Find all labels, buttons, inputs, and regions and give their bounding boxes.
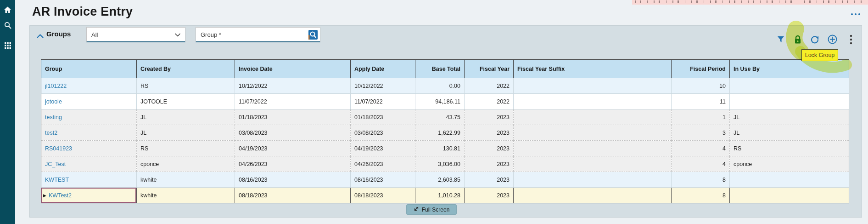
cell-base_total: 94,186.11 [415,94,465,109]
table-row[interactable]: JC_Testcponce04/26/202304/26/20233,036.0… [41,156,849,172]
cell-fiscal_year: 2022 [465,94,514,109]
group-link[interactable]: jotoole [45,98,62,105]
groups-panel-title: Groups [46,30,71,38]
group-lookup-field[interactable]: Group * [196,27,320,42]
column-header-fiscal_year[interactable]: Fiscal Year [465,60,514,78]
cell-base_total: 1,622.99 [415,125,465,141]
cell-base_total: 3,036.00 [415,156,465,172]
cell-created_by: JL [137,109,235,125]
cell-fiscal_period: 4 [672,156,730,172]
refresh-button[interactable] [809,34,820,46]
chevron-down-icon [175,31,180,38]
cell-fiscal_year: 2023 [465,188,514,203]
cell-base_total: 130.81 [415,141,465,156]
groups-panel: Groups All Group * [29,25,862,218]
cell-created_by: cponce [137,156,235,172]
cell-in_use_by [730,188,849,203]
group-link[interactable]: jl101222 [45,83,67,89]
refresh-icon [810,35,819,46]
column-header-base_total[interactable]: Base Total [415,60,465,78]
cell-apply_date: 01/18/2023 [351,109,415,125]
cell-fiscal_year: 2023 [465,156,514,172]
cell-fiscal_year_suffix [514,156,672,172]
panel-menu-button[interactable] [846,34,857,46]
cell-created_by: RS [137,78,235,94]
cell-created_by: kwhite [137,188,235,203]
group-link[interactable]: JC_Test [45,161,66,167]
cell-fiscal_year_suffix [514,188,672,203]
cell-in_use_by: RS [730,141,849,156]
cell-base_total: 0.00 [415,78,465,94]
dropdown-selected-value: All [91,31,98,38]
group-lookup-button[interactable] [308,29,318,40]
column-header-invoice_date[interactable]: Invoice Date [235,60,351,78]
table-row[interactable]: jl101222RS10/12/202210/12/20220.00202210 [41,78,849,94]
column-header-group[interactable]: Group [41,60,137,78]
lock-group-tooltip: Lock Group [801,49,838,61]
cell-fiscal_year: 2023 [465,172,514,188]
cell-invoice_date: 03/08/2023 [235,125,351,141]
cell-fiscal_year_suffix [514,94,672,109]
cell-fiscal_period: 11 [672,94,730,109]
cell-apply_date: 08/16/2023 [351,172,415,188]
ellipsis-icon [851,13,853,15]
column-header-in_use_by[interactable]: In Use By [730,60,849,78]
column-header-fiscal_period[interactable]: Fiscal Period [672,60,730,78]
full-screen-button[interactable]: Full Screen [406,204,457,215]
cell-group: KWTEST [41,172,137,188]
cell-base_total: 1,010.28 [415,188,465,203]
filter-icon [777,36,784,44]
table-row[interactable]: jotooleJOTOOLE11/07/202211/07/202294,186… [41,94,849,109]
column-header-created_by[interactable]: Created By [137,60,235,78]
cell-fiscal_period: 8 [672,188,730,203]
cell-invoice_date: 01/18/2023 [235,109,351,125]
cell-fiscal_year_suffix [514,125,672,141]
group-link[interactable]: RS041923 [45,145,72,152]
apps-nav-button[interactable] [0,39,15,54]
groups-filter-dropdown[interactable]: All [86,27,185,42]
group-link[interactable]: KWTEST [45,177,69,183]
cell-apply_date: 11/07/2022 [351,94,415,109]
tooltip-text: Lock Group [805,52,835,58]
redacted-scribble [635,0,865,3]
group-link[interactable]: testing [45,114,62,121]
cell-invoice_date: 11/07/2022 [235,94,351,109]
home-nav-button[interactable] [0,3,15,18]
search-nav-button[interactable] [0,18,15,34]
cell-base_total: 2,603.85 [415,172,465,188]
cell-fiscal_year: 2022 [465,78,514,94]
table-row[interactable]: KWTESTkwhite08/16/202308/16/20232,603.85… [41,172,849,188]
cell-in_use_by: JL [730,125,849,141]
page-menu-button[interactable] [849,11,862,17]
table-row[interactable]: testingJL01/18/202301/18/202343.7520231J… [41,109,849,125]
group-link[interactable]: KWTest2 [49,192,72,199]
group-link[interactable]: test2 [45,130,57,136]
cell-fiscal_period: 1 [672,109,730,125]
table-row[interactable]: ▶KWTest2kwhite08/18/202308/18/20231,010.… [41,188,849,203]
table-row[interactable]: RS041923RS04/19/202304/19/2023130.812023… [41,141,849,156]
cell-apply_date: 03/08/2023 [351,125,415,141]
cell-apply_date: 10/12/2022 [351,78,415,94]
table-row[interactable]: test2JL03/08/202303/08/20231,622.9920233… [41,125,849,141]
add-group-button[interactable] [827,34,838,46]
cell-in_use_by [730,78,849,94]
page-title: AR Invoice Entry [32,5,133,19]
filter-button[interactable] [775,34,786,46]
lock-group-button[interactable] [792,34,803,46]
cell-invoice_date: 08/18/2023 [235,188,351,203]
cell-fiscal_period: 3 [672,125,730,141]
cell-created_by: RS [137,141,235,156]
kebab-menu-icon [850,34,852,46]
collapse-groups-button[interactable] [35,31,45,40]
cell-invoice_date: 04/26/2023 [235,156,351,172]
add-icon [828,34,837,46]
group-lookup-placeholder: Group * [201,31,221,38]
cell-in_use_by: cponce [730,156,849,172]
cell-in_use_by [730,94,849,109]
cell-invoice_date: 08/16/2023 [235,172,351,188]
column-header-fiscal_year_suffix[interactable]: Fiscal Year Suffix [514,60,672,78]
cell-group: JC_Test [41,156,137,172]
chevron-up-icon [37,33,44,40]
cell-fiscal_year_suffix [514,109,672,125]
column-header-apply_date[interactable]: Apply Date [351,60,415,78]
